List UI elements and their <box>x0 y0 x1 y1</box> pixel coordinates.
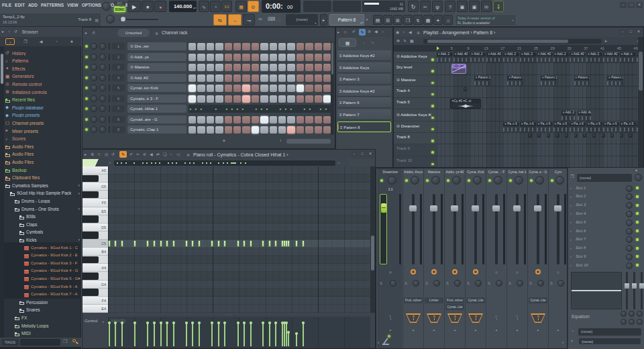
track-mute-led[interactable] <box>431 140 434 142</box>
step-cell-2[interactable] <box>197 54 205 61</box>
step-cell-13[interactable] <box>297 43 304 50</box>
browser-item-808s[interactable]: 808s <box>4 213 81 221</box>
step-cell-12[interactable] <box>287 54 294 61</box>
step-cell-15[interactable] <box>315 126 322 134</box>
strip-led[interactable] <box>551 179 553 182</box>
pl-pencil-icon[interactable]: ✎ <box>403 39 407 43</box>
velocity-handle[interactable] <box>295 332 298 335</box>
fx-preset-icon[interactable]: ❐ <box>570 174 574 179</box>
track-mute-led[interactable] <box>431 82 434 85</box>
mixer-scroll-left-icon[interactable]: ‹ <box>378 340 379 345</box>
pitch-slider-handle[interactable] <box>121 17 125 21</box>
browser-item-backup[interactable]: Backup <box>4 166 81 174</box>
track-mute-led[interactable] <box>431 151 434 154</box>
fx-slot-row-6[interactable]: ▸Slot 6 <box>568 227 644 236</box>
channel-mute-led[interactable] <box>85 87 88 89</box>
step-cell-16[interactable] <box>323 43 331 50</box>
picker-swap-icon[interactable]: ↔ <box>381 30 385 34</box>
step-cell-15[interactable] <box>315 54 322 61</box>
browser-item-remote-control[interactable]: ◎Remote control <box>4 80 81 88</box>
step-cell-3[interactable] <box>207 43 214 50</box>
channel-group-selector[interactable]: Unsorted <box>117 29 150 37</box>
stereo-sep-knob[interactable] <box>475 280 482 287</box>
velocity-handle[interactable] <box>211 321 213 324</box>
browser-item-patterns[interactable]: ♪Patterns <box>4 57 81 65</box>
step-cell-3[interactable] <box>207 74 214 82</box>
step-cell-14[interactable] <box>305 43 313 50</box>
pattern-clip[interactable]: ≡ Pa..n 6 <box>503 122 519 132</box>
slot-knob[interactable] <box>626 193 633 200</box>
velocity-stem[interactable] <box>284 322 285 346</box>
step-cell-12[interactable] <box>287 64 294 71</box>
channel-button-7[interactable]: Cymati..Hihat 1 <box>127 105 186 113</box>
note[interactable] <box>153 240 156 247</box>
mini-clip[interactable]: ≡ <box>537 134 541 138</box>
channel-number-chip[interactable]: 6 <box>112 95 125 102</box>
step-cell-1[interactable] <box>189 116 196 123</box>
step-cell-15[interactable] <box>315 74 322 82</box>
velocity-handle[interactable] <box>250 321 252 324</box>
step-cell-10[interactable] <box>270 95 277 103</box>
fader-track[interactable] <box>474 194 477 264</box>
browser-item-effects[interactable]: ✦Effects <box>4 64 81 72</box>
step-cell-7[interactable] <box>242 64 250 71</box>
slide-button[interactable]: ↝ <box>243 14 255 26</box>
step-cell-1[interactable] <box>189 74 196 82</box>
step-cell-12[interactable] <box>287 74 294 82</box>
fx-ring-led-dim[interactable] <box>389 271 392 274</box>
velocity-stem[interactable] <box>121 322 123 346</box>
browser-item-percussion[interactable]: Percussion <box>4 298 81 306</box>
step-cell-13[interactable] <box>297 64 304 71</box>
pattern-clip[interactable]: ≡ Pattern 3 <box>574 76 590 86</box>
strip-pan-knob[interactable] <box>431 176 440 185</box>
step-cell-9[interactable] <box>260 116 268 123</box>
controller-selector[interactable]: (none)▸ <box>286 14 318 26</box>
link-controllers-icon[interactable]: ∞ <box>258 17 262 22</box>
loop-record-button[interactable]: ⊙ <box>248 1 259 12</box>
velocity-stem[interactable] <box>173 322 174 346</box>
velocity-handle[interactable] <box>237 321 239 324</box>
picker-draw-icon[interactable]: ✐ <box>352 30 356 34</box>
fx-enable-horn-icon[interactable] <box>406 313 421 323</box>
step-cell-2[interactable] <box>197 64 205 71</box>
step-cell-16[interactable] <box>323 64 331 71</box>
strip-led[interactable] <box>380 179 383 182</box>
step-cell-12[interactable] <box>287 95 294 103</box>
slot-enable-led[interactable] <box>636 187 639 189</box>
pattern-item-5[interactable]: ≡ Pattern 6 <box>337 97 391 108</box>
browser-refresh-icon[interactable]: ↺ <box>14 30 17 34</box>
mini-fader-cap-1[interactable] <box>625 283 629 289</box>
step-cell-8[interactable] <box>252 95 259 103</box>
velocity-handle[interactable] <box>268 321 271 324</box>
eq-knob-bottom-3[interactable] <box>637 319 643 325</box>
mini-fader-track-2[interactable] <box>633 272 635 309</box>
step-cell-1[interactable] <box>189 64 196 71</box>
slot-knob[interactable] <box>626 219 633 226</box>
step-forward-button[interactable]: → <box>228 14 241 26</box>
mini-fader-track-3[interactable] <box>641 272 643 309</box>
download-button[interactable]: ↧ <box>493 1 504 12</box>
strip-arrow-icon[interactable]: ▲ <box>445 328 465 332</box>
fx-ring-led[interactable] <box>473 269 478 275</box>
velocity-handle[interactable] <box>287 331 290 334</box>
pattern-clip[interactable]: ≡ Add..#2 <box>570 52 586 62</box>
pl-move-icon[interactable]: ✜ <box>396 39 400 43</box>
note[interactable] <box>237 240 239 247</box>
strip-pan-knob[interactable] <box>515 176 523 185</box>
velocity-stem[interactable] <box>282 322 283 346</box>
fader-cap[interactable] <box>534 205 541 211</box>
channel-mute-led[interactable] <box>85 56 88 58</box>
browser-item-cymatics-9god-kick-6-a[interactable]: Cymatics - 9God Kick 6 - A <box>4 283 81 291</box>
velocity-handle[interactable] <box>172 321 175 324</box>
note[interactable] <box>223 240 226 247</box>
menu-add[interactable]: ADD <box>28 3 38 10</box>
step-cell-5[interactable] <box>225 85 232 92</box>
browser-item-claps[interactable]: Claps <box>4 220 81 228</box>
track-mute-led[interactable] <box>431 58 434 61</box>
playlist-zoom-icon[interactable]: ○ <box>402 30 405 34</box>
step-cell-4[interactable] <box>215 43 223 50</box>
playlist-track-label-3[interactable]: ⊙ Massive <box>394 75 437 87</box>
cut-button[interactable]: ✂ <box>420 1 431 12</box>
pattern-mode-button[interactable]: PAT <box>114 1 125 6</box>
browser-item-cymatics-9god-kick-3-f[interactable]: Cymatics - 9God Kick 3 - F <box>4 259 81 267</box>
